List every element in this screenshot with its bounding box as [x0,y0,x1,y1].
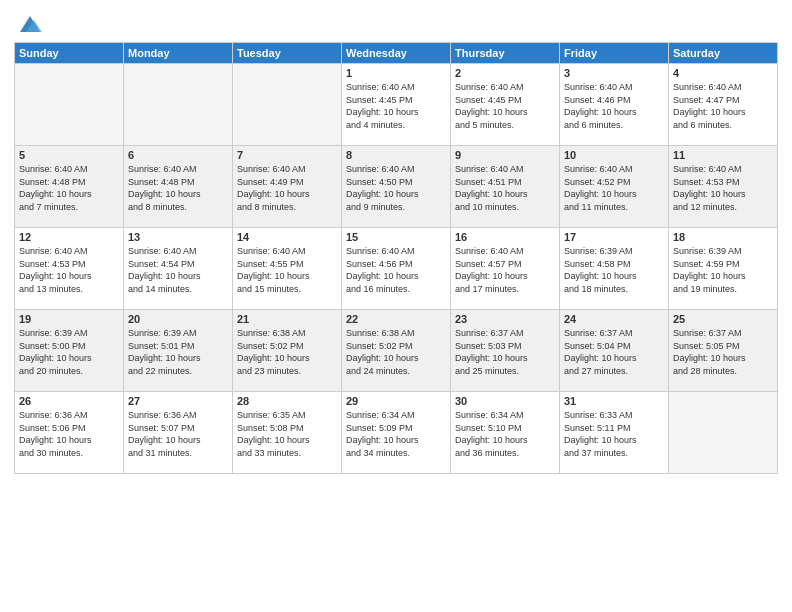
day-info: Sunrise: 6:40 AM Sunset: 4:49 PM Dayligh… [237,163,337,213]
calendar-day-cell: 25Sunrise: 6:37 AM Sunset: 5:05 PM Dayli… [669,310,778,392]
day-info: Sunrise: 6:34 AM Sunset: 5:10 PM Dayligh… [455,409,555,459]
day-info: Sunrise: 6:37 AM Sunset: 5:03 PM Dayligh… [455,327,555,377]
day-number: 1 [346,67,446,79]
calendar-day-cell: 6Sunrise: 6:40 AM Sunset: 4:48 PM Daylig… [124,146,233,228]
day-number: 23 [455,313,555,325]
day-info: Sunrise: 6:34 AM Sunset: 5:09 PM Dayligh… [346,409,446,459]
day-info: Sunrise: 6:35 AM Sunset: 5:08 PM Dayligh… [237,409,337,459]
page-container: SundayMondayTuesdayWednesdayThursdayFrid… [0,0,792,612]
day-number: 15 [346,231,446,243]
calendar-day-cell: 1Sunrise: 6:40 AM Sunset: 4:45 PM Daylig… [342,64,451,146]
day-number: 24 [564,313,664,325]
day-info: Sunrise: 6:39 AM Sunset: 4:58 PM Dayligh… [564,245,664,295]
day-info: Sunrise: 6:40 AM Sunset: 4:50 PM Dayligh… [346,163,446,213]
calendar-day-cell: 23Sunrise: 6:37 AM Sunset: 5:03 PM Dayli… [451,310,560,392]
day-info: Sunrise: 6:40 AM Sunset: 4:51 PM Dayligh… [455,163,555,213]
calendar-day-cell: 19Sunrise: 6:39 AM Sunset: 5:00 PM Dayli… [15,310,124,392]
calendar-week-row: 26Sunrise: 6:36 AM Sunset: 5:06 PM Dayli… [15,392,778,474]
day-info: Sunrise: 6:39 AM Sunset: 5:01 PM Dayligh… [128,327,228,377]
day-number: 18 [673,231,773,243]
day-info: Sunrise: 6:40 AM Sunset: 4:45 PM Dayligh… [346,81,446,131]
calendar-day-cell: 17Sunrise: 6:39 AM Sunset: 4:58 PM Dayli… [560,228,669,310]
calendar-day-cell: 18Sunrise: 6:39 AM Sunset: 4:59 PM Dayli… [669,228,778,310]
day-info: Sunrise: 6:40 AM Sunset: 4:55 PM Dayligh… [237,245,337,295]
day-info: Sunrise: 6:40 AM Sunset: 4:52 PM Dayligh… [564,163,664,213]
calendar-day-cell: 24Sunrise: 6:37 AM Sunset: 5:04 PM Dayli… [560,310,669,392]
calendar-header-row: SundayMondayTuesdayWednesdayThursdayFrid… [15,43,778,64]
calendar-header-thursday: Thursday [451,43,560,64]
calendar-day-cell: 20Sunrise: 6:39 AM Sunset: 5:01 PM Dayli… [124,310,233,392]
calendar-day-cell: 4Sunrise: 6:40 AM Sunset: 4:47 PM Daylig… [669,64,778,146]
day-number: 16 [455,231,555,243]
day-info: Sunrise: 6:40 AM Sunset: 4:48 PM Dayligh… [19,163,119,213]
calendar-day-cell: 29Sunrise: 6:34 AM Sunset: 5:09 PM Dayli… [342,392,451,474]
calendar-week-row: 12Sunrise: 6:40 AM Sunset: 4:53 PM Dayli… [15,228,778,310]
calendar-day-cell: 8Sunrise: 6:40 AM Sunset: 4:50 PM Daylig… [342,146,451,228]
day-number: 13 [128,231,228,243]
day-number: 19 [19,313,119,325]
day-number: 5 [19,149,119,161]
calendar-header-friday: Friday [560,43,669,64]
day-info: Sunrise: 6:40 AM Sunset: 4:53 PM Dayligh… [673,163,773,213]
calendar-header-saturday: Saturday [669,43,778,64]
day-info: Sunrise: 6:37 AM Sunset: 5:05 PM Dayligh… [673,327,773,377]
calendar-day-cell: 5Sunrise: 6:40 AM Sunset: 4:48 PM Daylig… [15,146,124,228]
day-info: Sunrise: 6:40 AM Sunset: 4:48 PM Dayligh… [128,163,228,213]
calendar-table: SundayMondayTuesdayWednesdayThursdayFrid… [14,42,778,474]
day-number: 17 [564,231,664,243]
day-info: Sunrise: 6:33 AM Sunset: 5:11 PM Dayligh… [564,409,664,459]
day-info: Sunrise: 6:40 AM Sunset: 4:54 PM Dayligh… [128,245,228,295]
day-number: 29 [346,395,446,407]
calendar-day-cell [233,64,342,146]
day-info: Sunrise: 6:39 AM Sunset: 4:59 PM Dayligh… [673,245,773,295]
day-info: Sunrise: 6:39 AM Sunset: 5:00 PM Dayligh… [19,327,119,377]
day-info: Sunrise: 6:40 AM Sunset: 4:57 PM Dayligh… [455,245,555,295]
day-info: Sunrise: 6:37 AM Sunset: 5:04 PM Dayligh… [564,327,664,377]
day-number: 11 [673,149,773,161]
day-number: 8 [346,149,446,161]
day-info: Sunrise: 6:40 AM Sunset: 4:47 PM Dayligh… [673,81,773,131]
day-number: 20 [128,313,228,325]
calendar-day-cell: 31Sunrise: 6:33 AM Sunset: 5:11 PM Dayli… [560,392,669,474]
calendar-header-tuesday: Tuesday [233,43,342,64]
calendar-header-wednesday: Wednesday [342,43,451,64]
calendar-day-cell: 11Sunrise: 6:40 AM Sunset: 4:53 PM Dayli… [669,146,778,228]
day-number: 26 [19,395,119,407]
day-number: 9 [455,149,555,161]
day-number: 4 [673,67,773,79]
day-number: 7 [237,149,337,161]
calendar-week-row: 1Sunrise: 6:40 AM Sunset: 4:45 PM Daylig… [15,64,778,146]
calendar-day-cell: 21Sunrise: 6:38 AM Sunset: 5:02 PM Dayli… [233,310,342,392]
calendar-day-cell: 9Sunrise: 6:40 AM Sunset: 4:51 PM Daylig… [451,146,560,228]
day-number: 2 [455,67,555,79]
calendar-day-cell: 2Sunrise: 6:40 AM Sunset: 4:45 PM Daylig… [451,64,560,146]
day-info: Sunrise: 6:40 AM Sunset: 4:45 PM Dayligh… [455,81,555,131]
day-info: Sunrise: 6:40 AM Sunset: 4:46 PM Dayligh… [564,81,664,131]
calendar-header-sunday: Sunday [15,43,124,64]
calendar-day-cell: 15Sunrise: 6:40 AM Sunset: 4:56 PM Dayli… [342,228,451,310]
day-number: 3 [564,67,664,79]
day-info: Sunrise: 6:36 AM Sunset: 5:07 PM Dayligh… [128,409,228,459]
header [14,10,778,36]
day-number: 30 [455,395,555,407]
calendar-day-cell: 28Sunrise: 6:35 AM Sunset: 5:08 PM Dayli… [233,392,342,474]
calendar-day-cell: 3Sunrise: 6:40 AM Sunset: 4:46 PM Daylig… [560,64,669,146]
day-info: Sunrise: 6:38 AM Sunset: 5:02 PM Dayligh… [346,327,446,377]
calendar-header-monday: Monday [124,43,233,64]
day-number: 10 [564,149,664,161]
calendar-day-cell: 12Sunrise: 6:40 AM Sunset: 4:53 PM Dayli… [15,228,124,310]
day-info: Sunrise: 6:38 AM Sunset: 5:02 PM Dayligh… [237,327,337,377]
calendar-day-cell: 30Sunrise: 6:34 AM Sunset: 5:10 PM Dayli… [451,392,560,474]
calendar-day-cell: 14Sunrise: 6:40 AM Sunset: 4:55 PM Dayli… [233,228,342,310]
day-info: Sunrise: 6:40 AM Sunset: 4:53 PM Dayligh… [19,245,119,295]
day-number: 28 [237,395,337,407]
calendar-day-cell [669,392,778,474]
day-number: 22 [346,313,446,325]
day-info: Sunrise: 6:36 AM Sunset: 5:06 PM Dayligh… [19,409,119,459]
day-number: 14 [237,231,337,243]
day-info: Sunrise: 6:40 AM Sunset: 4:56 PM Dayligh… [346,245,446,295]
calendar-day-cell: 26Sunrise: 6:36 AM Sunset: 5:06 PM Dayli… [15,392,124,474]
day-number: 27 [128,395,228,407]
day-number: 12 [19,231,119,243]
calendar-day-cell: 7Sunrise: 6:40 AM Sunset: 4:49 PM Daylig… [233,146,342,228]
